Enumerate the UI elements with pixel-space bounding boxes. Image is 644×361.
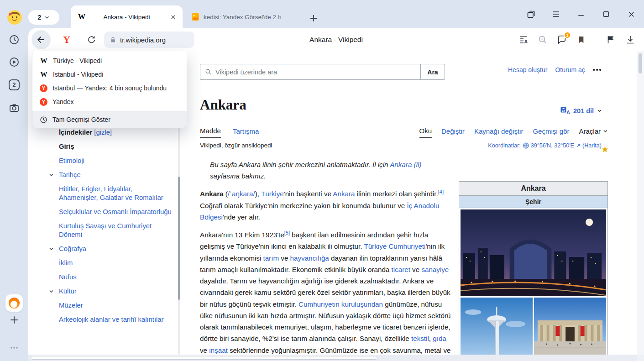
horizontal-scrollbar[interactable]: [28, 355, 637, 361]
comments-icon[interactable]: 1: [556, 34, 568, 46]
infobox-image-skyline[interactable]: [461, 209, 606, 296]
menu-icon[interactable]: [550, 9, 561, 20]
search-icon: [205, 68, 212, 75]
reference-link[interactable]: [4]: [438, 189, 444, 194]
download-icon[interactable]: [624, 34, 636, 46]
toc-item-giris[interactable]: Giriş: [48, 142, 172, 151]
screenshot-camera-icon[interactable]: [9, 102, 20, 113]
chevron-down-icon: [44, 15, 50, 20]
coordinates-label[interactable]: Koordinatlar:: [488, 142, 520, 149]
reload-button[interactable]: [83, 31, 99, 48]
tab-ankara-vikipedi[interactable]: W Ankara - Vikipedi: [71, 5, 183, 28]
view-edit-source[interactable]: Kaynağı değiştir: [474, 124, 524, 138]
yandex-browser-logo[interactable]: [5, 294, 23, 312]
flag-icon[interactable]: [605, 34, 617, 46]
create-account-link[interactable]: Hesap oluştur: [508, 66, 547, 73]
toc-item-hititler[interactable]: Hititler, Frigler, Lidyalılar, Ahamenişl…: [48, 185, 172, 202]
page-views-bar: Madde Tartışma Oku Değiştir Kaynağı deği…: [200, 124, 608, 138]
toc-item-iklim[interactable]: İklim: [48, 259, 172, 267]
tab-manager-button[interactable]: 2: [9, 79, 20, 90]
show-full-history[interactable]: Tam Geçmişi Göster: [32, 111, 187, 128]
toc-item-selcuklular[interactable]: Selçuklular ve Osmanlı İmparatorluğu: [48, 208, 172, 216]
tab-article[interactable]: Madde: [200, 124, 221, 138]
toc-item-cografya[interactable]: Coğrafya: [48, 245, 172, 253]
history-item-turkiye[interactable]: W Türkiye - Vikipedi: [32, 54, 187, 68]
bookmark-icon[interactable]: [575, 34, 587, 46]
vertical-scrollbar[interactable]: [637, 51, 644, 355]
horizontal-scrollbar-thumb[interactable]: [31, 356, 377, 360]
language-selector[interactable]: A 201 dil: [560, 107, 602, 115]
tab-close-icon[interactable]: [168, 12, 178, 22]
chevron-down-icon[interactable]: [49, 246, 54, 251]
toc-item-etimoloji[interactable]: Etimoloji: [48, 157, 172, 165]
close-icon[interactable]: [626, 9, 637, 20]
article-link[interactable]: tekstil: [411, 335, 429, 342]
article-link[interactable]: hayvancılığa: [290, 254, 329, 262]
view-read[interactable]: Oku: [419, 124, 432, 138]
new-tab-button[interactable]: [308, 12, 319, 24]
video-play-icon[interactable]: [9, 57, 20, 68]
address-bar[interactable]: tr.wikipedia.org: [104, 31, 194, 48]
history-item-istanbul-wiki[interactable]: W İstanbul - Vikipedi: [32, 68, 187, 81]
search-input[interactable]: [215, 68, 416, 76]
view-history[interactable]: Geçmişi gör: [533, 124, 569, 138]
article-link[interactable]: Ankara: [333, 190, 355, 198]
featured-article-star[interactable]: ★: [601, 144, 609, 155]
toolbar-actions: A 1: [518, 34, 636, 46]
reference-link[interactable]: [5]: [284, 230, 290, 235]
article-link[interactable]: gıda: [433, 335, 446, 342]
toc-header: İçindekiler [gizle]: [48, 129, 172, 136]
minimize-icon[interactable]: [576, 9, 586, 20]
article-link[interactable]: Türkiye Cumhuriyeti: [364, 242, 425, 250]
map-link[interactable]: (Harita): [582, 142, 602, 149]
panels-icon[interactable]: [525, 9, 536, 20]
search-box[interactable]: [200, 64, 421, 80]
history-icon[interactable]: [9, 34, 20, 45]
article-link[interactable]: inşaat: [209, 346, 228, 354]
article-link[interactable]: Cumhuriyetin kuruluşundan: [298, 300, 383, 308]
toc-hide-link[interactable]: [gizle]: [94, 129, 112, 136]
toc-scrollbar[interactable]: [178, 124, 180, 355]
chevron-down-icon[interactable]: [49, 289, 54, 294]
toc-item-kurtulus[interactable]: Kurtuluş Savaşı ve Cumhuriyet Dönemi: [48, 222, 172, 239]
toc-item-tarihce[interactable]: Tarihçe: [48, 171, 172, 179]
paragraph-economy: Ankara'nın 13 Ekim 1923'te[5] başkent il…: [200, 229, 452, 355]
chevron-down-icon[interactable]: [49, 173, 54, 178]
back-button[interactable]: [31, 30, 51, 49]
side-rail: 2: [0, 28, 28, 361]
infobox-image-anitkabir[interactable]: [534, 298, 606, 355]
article-link[interactable]: Türkiye: [261, 190, 284, 198]
zoom-icon[interactable]: [537, 34, 549, 46]
vertical-scrollbar-thumb[interactable]: [639, 53, 642, 73]
article-link[interactable]: /ˈaŋkara/: [228, 190, 255, 198]
article-link[interactable]: sanayiye: [421, 266, 449, 273]
toc-item-nufus[interactable]: Nüfus: [48, 273, 172, 282]
toc-scrollbar-thumb[interactable]: [178, 177, 180, 300]
infobox-image-atakule[interactable]: [461, 298, 533, 355]
view-edit[interactable]: Değiştir: [441, 124, 465, 138]
profile-avatar[interactable]: [7, 10, 22, 25]
more-menu-icon[interactable]: •••: [593, 66, 602, 73]
login-link[interactable]: Oturum aç: [555, 66, 585, 73]
chevron-down-icon: [597, 108, 602, 113]
tab-talk[interactable]: Tartışma: [233, 124, 259, 138]
search-button[interactable]: Ara: [420, 64, 445, 80]
tab-yandex-gorsel[interactable]: kedisi: Yandex Görsel'de 2 b: [183, 5, 303, 28]
paragraph-lead: Ankara (/ˈaŋkara/), Türkiye'nin başkenti…: [200, 188, 452, 223]
article-link[interactable]: tarım: [263, 254, 279, 262]
history-item-istanbul-yandex[interactable]: Y Istanbul — Yandex: 4 bin sonuç bulundu: [32, 81, 187, 95]
article-link[interactable]: ticaret: [392, 266, 410, 273]
rail-more-icon[interactable]: [9, 342, 20, 353]
tab-counter-button[interactable]: 2: [28, 10, 59, 25]
toc-item-muzeler[interactable]: Müzeler: [48, 301, 172, 310]
maximize-icon[interactable]: [601, 9, 612, 20]
tools-menu[interactable]: Araçlar: [579, 124, 608, 138]
rail-add-button[interactable]: [9, 314, 20, 325]
coordinates-value-link[interactable]: 39°56′N, 32°50′E: [531, 142, 574, 149]
toc-item-arkeolojik[interactable]: Arkeolojik alanlar ve tarihî kalıntılar: [48, 315, 172, 324]
reader-mode-icon[interactable]: A: [518, 34, 529, 46]
yandex-search-button[interactable]: Y: [58, 31, 75, 48]
toc-item-kultur[interactable]: Kültür: [48, 287, 172, 296]
history-item-yandex[interactable]: Y Yandex: [32, 95, 187, 109]
article-link[interactable]: Ankara (il): [390, 161, 421, 168]
